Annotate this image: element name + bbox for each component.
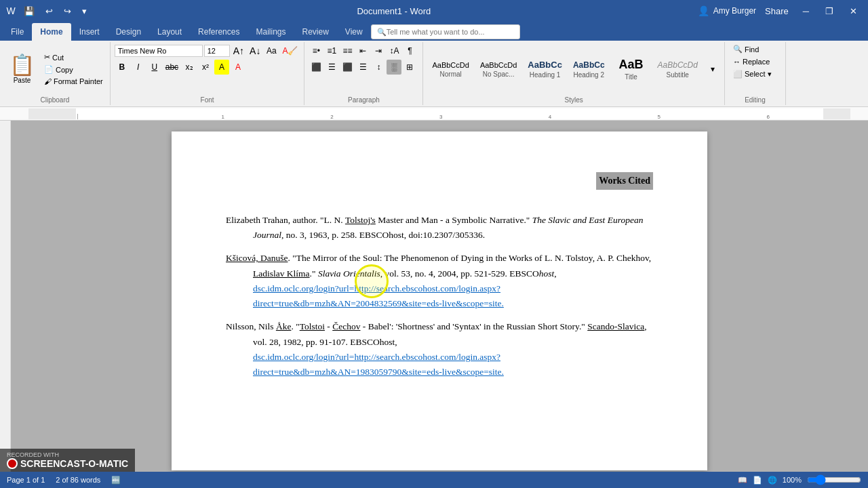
language-indicator: 🔤 — [111, 476, 121, 485]
italic-button[interactable]: I — [131, 60, 146, 75]
view-web-button[interactable]: 🌐 — [768, 476, 777, 485]
tab-insert[interactable]: Insert — [71, 23, 108, 41]
status-right: 📖 📄 🌐 100% — [738, 474, 861, 485]
increase-indent-button[interactable]: ⇥ — [371, 43, 386, 58]
zoom-level: 100% — [783, 476, 802, 484]
document-page: Works Cited Elizabeth Trahan, author. "L… — [172, 131, 707, 470]
undo-button[interactable]: ↩ — [42, 5, 56, 18]
replace-button[interactable]: ↔ Replace — [729, 56, 776, 67]
view-print-button[interactable]: 📄 — [753, 476, 762, 485]
sort-button[interactable]: ↕A — [387, 43, 401, 58]
tab-mailings[interactable]: Mailings — [248, 23, 294, 41]
zoom-slider[interactable] — [807, 474, 861, 485]
align-right-button[interactable]: ⬛ — [340, 60, 355, 75]
view-read-button[interactable]: 📖 — [738, 476, 747, 485]
font-color-button[interactable]: A — [231, 60, 245, 75]
customize-qat-button[interactable]: ▾ — [79, 5, 90, 18]
clipboard-label: Clipboard — [4, 95, 106, 104]
restore-button[interactable]: ❐ — [820, 5, 839, 18]
window-title: Document1 - Word — [357, 6, 431, 16]
tab-home[interactable]: Home — [32, 23, 71, 41]
tab-layout[interactable]: Layout — [149, 23, 190, 41]
search-input[interactable] — [387, 28, 509, 36]
copy-icon: 📄 — [44, 65, 54, 74]
align-left-button[interactable]: ⬛ — [309, 60, 323, 75]
tab-view[interactable]: View — [337, 23, 371, 41]
replace-icon: ↔ — [733, 58, 741, 66]
find-icon: 🔍 — [733, 45, 743, 54]
increase-font-button[interactable]: A↑ — [231, 43, 246, 58]
line-spacing-button[interactable]: ↕ — [371, 60, 386, 75]
tab-references[interactable]: References — [190, 23, 248, 41]
shading-button[interactable]: ░ — [387, 60, 401, 75]
ribbon: 📋 Paste ✂ Cut 📄 Copy 🖌 Format Painter — [0, 41, 868, 107]
format-painter-button[interactable]: 🖌 Format Painter — [41, 76, 106, 87]
status-bar: Page 1 of 1 2 of 86 words 🔤 📖 📄 🌐 100% — [0, 472, 868, 488]
clear-format-button[interactable]: A🧹 — [280, 43, 300, 58]
user-area[interactable]: 👤 Amy Burger — [698, 5, 756, 16]
ribbon-tabs: File Home Insert Design Layout Reference… — [0, 22, 868, 41]
tab-design[interactable]: Design — [108, 23, 149, 41]
paragraph-group: ≡• ≡1 ≡≡ ⇤ ⇥ ↕A ¶ ⬛ ☰ ⬛ ☰ ↕ ░ ⊞ — [304, 42, 423, 105]
bold-button[interactable]: B — [115, 60, 130, 75]
select-icon: ⬜ — [733, 70, 743, 79]
borders-button[interactable]: ⊞ — [402, 60, 417, 75]
share-button[interactable]: Share — [762, 5, 792, 18]
editing-group: 🔍 Find ↔ Replace ⬜ Select ▾ Editing — [725, 42, 786, 105]
font-label: Font — [115, 95, 300, 104]
citation-2: Kšicová, Danuše. "The Mirror of the Soul… — [226, 251, 653, 311]
font-group: A↑ A↓ Aa A🧹 B I U abc x₂ x² A A Font — [111, 42, 305, 105]
style-title[interactable]: AaB Title — [611, 43, 652, 95]
format-painter-icon: 🖌 — [44, 77, 52, 85]
cut-icon: ✂ — [44, 53, 50, 62]
citation-3: Nilsson, Nils Åke. "Tolstoi - Čechov - B… — [226, 319, 653, 380]
paragraph-label: Paragraph — [309, 95, 418, 104]
align-center-button[interactable]: ☰ — [324, 60, 339, 75]
document-area[interactable]: Works Cited Elizabeth Trahan, author. "L… — [11, 121, 868, 472]
numbering-button[interactable]: ≡1 — [324, 43, 339, 58]
styles-label: Styles — [427, 95, 719, 104]
style-subtitle[interactable]: AaBbCcDd Subtitle — [653, 43, 703, 95]
decrease-indent-button[interactable]: ⇤ — [355, 43, 370, 58]
clipboard-group: 📋 Paste ✂ Cut 📄 Copy 🖌 Format Painter — [0, 42, 111, 105]
quick-access-toolbar: W 💾 ↩ ↪ ▾ — [5, 5, 90, 18]
title-bar: W 💾 ↩ ↪ ▾ Document1 - Word 👤 Amy Burger … — [0, 0, 868, 22]
ruler-area: │ 1 2 3 4 5 6 — [28, 108, 850, 119]
ruler: │ 1 2 3 4 5 6 — [0, 107, 868, 121]
subscript-button[interactable]: x₂ — [182, 60, 197, 75]
save-button[interactable]: 💾 — [20, 5, 38, 18]
title-bar-right: 👤 Amy Burger Share ─ ❐ ✕ — [698, 5, 863, 18]
font-name-input[interactable] — [115, 45, 203, 57]
style-no-spacing[interactable]: AaBbCcDd No Spac... — [475, 43, 521, 95]
tab-review[interactable]: Review — [294, 23, 336, 41]
paste-button[interactable]: 📋 Paste — [4, 43, 40, 95]
close-button[interactable]: ✕ — [844, 5, 863, 18]
document-title: Works Cited — [596, 172, 653, 190]
change-case-button[interactable]: Aa — [264, 43, 279, 58]
strikethrough-button[interactable]: abc — [163, 60, 180, 75]
font-size-input[interactable] — [204, 45, 230, 57]
decrease-font-button[interactable]: A↓ — [248, 43, 262, 58]
multilevel-button[interactable]: ≡≡ — [340, 43, 355, 58]
cut-button[interactable]: ✂ Cut — [41, 52, 106, 63]
text-highlight-button[interactable]: A — [214, 60, 229, 75]
word-icon: W — [5, 5, 16, 16]
show-marks-button[interactable]: ¶ — [402, 43, 417, 58]
justify-button[interactable]: ☰ — [355, 60, 370, 75]
minimize-button[interactable]: ─ — [797, 5, 814, 18]
find-button[interactable]: 🔍 Find — [729, 43, 776, 55]
superscript-button[interactable]: x² — [198, 60, 213, 75]
select-button[interactable]: ⬜ Select ▾ — [729, 68, 776, 80]
main-area: Works Cited Elizabeth Trahan, author. "L… — [0, 121, 868, 472]
underline-button[interactable]: U — [147, 60, 162, 75]
style-heading2[interactable]: AaBbCc Heading 2 — [568, 43, 610, 95]
bullets-button[interactable]: ≡• — [309, 43, 323, 58]
editing-label: Editing — [729, 95, 781, 104]
redo-button[interactable]: ↪ — [60, 5, 75, 18]
style-normal[interactable]: AaBbCcDd Normal — [427, 43, 473, 95]
style-heading1[interactable]: AaBbCc Heading 1 — [523, 43, 567, 95]
tab-file[interactable]: File — [3, 23, 32, 41]
copy-button[interactable]: 📄 Copy — [41, 64, 106, 75]
styles-more-button[interactable]: ▾ — [705, 62, 720, 77]
screencast-watermark: RECORDED WITH SCREENCAST-O-MATIC — [0, 449, 135, 472]
